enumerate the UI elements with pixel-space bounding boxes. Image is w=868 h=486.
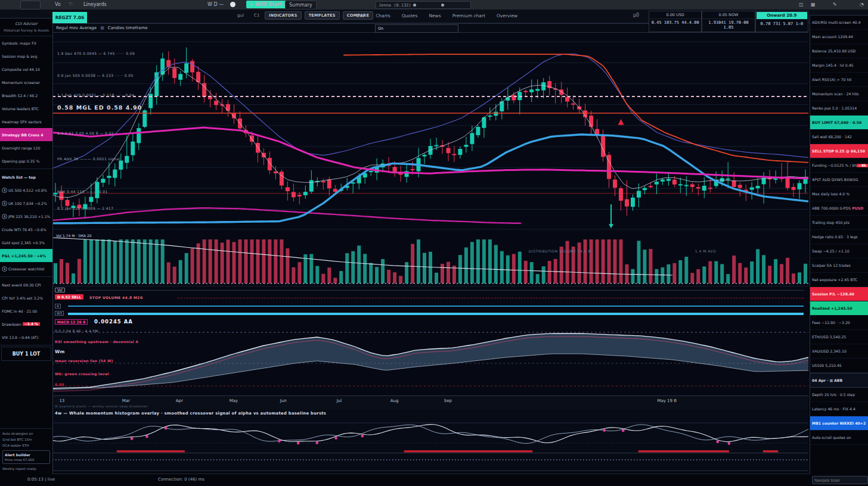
watchlist-item[interactable]: Next event 09:30 CPI <box>0 278 52 291</box>
orders-row[interactable]: XAU/USD 2,345.10 <box>810 344 868 359</box>
orders-row[interactable]: Session P/L −128.40 <box>810 287 868 301</box>
account-badge[interactable]: Onward 20.9 <box>757 12 807 20</box>
avatar[interactable] <box>230 2 235 7</box>
orders-row[interactable]: ABB 700-0000 0-POSPUSD <box>810 201 868 216</box>
orders-row[interactable]: Depth 20 lvls · 0.5 step <box>810 388 868 402</box>
sell-volume-tag[interactable]: D 0.52 SELL <box>55 294 83 300</box>
volume-panel[interactable]: Vol 1.74 M · SMA 20 DISTRIBUTION VOLUME … <box>52 232 808 286</box>
orders-row[interactable]: Fees −12.80 · −3.20 <box>810 316 868 330</box>
menu-item-list[interactable]: List <box>356 13 364 18</box>
orders-row[interactable]: Net exposure +2.45 BTC <box>810 273 868 287</box>
orders-row[interactable]: Main account 1209.44 <box>810 30 868 44</box>
menu-item-charts[interactable]: Charts <box>376 13 390 18</box>
menu-item-overview[interactable]: Overview <box>497 13 517 18</box>
chart-tab[interactable]: REGZT 7.06 <box>52 12 87 23</box>
orders-row[interactable]: Alert RSI(14) > 70 hit <box>810 73 868 87</box>
menu-item-news[interactable]: News <box>429 13 441 18</box>
symbol-label[interactable]: Regul mov Average <box>56 26 97 30</box>
watchlist-item[interactable]: Composite vol 44.10 <box>0 63 52 76</box>
account-box[interactable]: 0.05 NOW 1.91041 19.70-00 1.05 <box>702 11 755 32</box>
band1-tag[interactable]: 4 <box>55 304 61 309</box>
main-chart-canvas[interactable] <box>52 33 808 232</box>
slider-handle[interactable] <box>413 4 416 7</box>
band2-tag[interactable]: W3 <box>55 311 64 316</box>
main-price-chart[interactable]: 1.9 Dec 670 0.0045 — 6 745 ······ 0.090.… <box>52 33 808 232</box>
orders-row[interactable]: Hedge ratio 0.65 · 3 legs <box>810 230 868 244</box>
toolbar-chip-templates[interactable]: TEMPLATES <box>305 11 340 20</box>
oscillator-panel[interactable]: 4w — Whale momentum histogram overlay · … <box>52 410 808 471</box>
watchlist-item[interactable]: CPI YoY 3.4% est 3.2% <box>0 291 52 304</box>
orders-row[interactable]: Auto-scroll quotes on <box>810 431 868 445</box>
watchlist-item[interactable]: Overnight range 120 <box>0 141 52 154</box>
watchlist-item[interactable]: Session map & avg <box>0 49 52 63</box>
orders-row[interactable]: BUY LIMIT 67,040 · 0.50 <box>810 116 868 130</box>
orders-row[interactable]: ADX/RSI multi-screen 40.4 <box>810 15 868 30</box>
window-controls[interactable] <box>20 1 41 10</box>
favorites-icon[interactable]: ♡ <box>69 1 73 8</box>
menu-item-premium-chart[interactable]: Premium chart <box>452 13 485 18</box>
alert-builder-box[interactable]: Alert builder Price cross 67,000 <box>2 450 50 464</box>
watchlist-item[interactable]: Momentum screener <box>0 76 52 89</box>
orders-row[interactable]: Swap −4.25 / +1.10 <box>810 244 868 258</box>
orders-divider[interactable]: 04 Apr · ⊞ ABB <box>810 373 868 388</box>
zoom-controls-icon[interactable]: W D — <box>207 1 224 8</box>
watchlist-item[interactable]: Watch list — top <box>0 170 52 183</box>
toolbar-chip-indicators[interactable]: INDICATORS <box>265 11 302 20</box>
on-toggle[interactable]: On <box>375 24 458 33</box>
watchlist-item[interactable]: Breadth 52.4 / 48.2 <box>0 89 52 102</box>
watchlist-item[interactable]: Volume leaders BTC <box>0 102 52 115</box>
macd-tag[interactable]: MACD 12 26 9 <box>55 319 88 325</box>
watchlist-item[interactable]: Strategy BB Cross 4 <box>0 128 52 141</box>
time-axis[interactable]: W quarterly pivots — weekly session vwap… <box>52 395 808 412</box>
orders-row[interactable]: 4PST AUD DXWS BXWXG <box>810 173 868 187</box>
watchlist-item[interactable]: FOMC in 4d · 21:00 <box>0 304 52 317</box>
panel-toggle-icon[interactable]: ◫ <box>799 1 804 8</box>
summary-button[interactable]: Summary <box>285 1 317 10</box>
macd-band-panel[interactable]: 0.0 2.04 8.46 · 4.4 PMRSI smoothing upst… <box>52 326 808 395</box>
account-box[interactable]: 0.00 USD 0.45 103.75 44.4.00 <box>649 11 702 32</box>
orders-row[interactable]: Scalper EA 12 trades <box>810 258 868 273</box>
orders-row[interactable]: MB1 counter NIKKEI 40+2 <box>810 416 868 431</box>
watchlist-item[interactable]: Drawdown−2.4 % <box>0 317 52 331</box>
orders-row[interactable]: Sell wall 68,200 · 142 <box>810 130 868 144</box>
watchlist-item[interactable]: VIX 13.8 −0.44 (AT) <box>0 331 52 344</box>
watchlist-item[interactable]: P&L +1,245.50 · +4% <box>0 249 52 262</box>
orders-row[interactable]: Max daily loss 4.0 % <box>810 187 868 201</box>
orders-row[interactable]: Latency 46 ms · FIX 4.4 <box>810 402 868 416</box>
watchlist-item[interactable]: $Crossover watchlist <box>0 262 52 275</box>
volume-canvas[interactable] <box>52 232 808 286</box>
orders-row[interactable]: ETH/USD 3,540.25 <box>810 330 868 344</box>
range-input[interactable] <box>376 1 471 9</box>
orders-row[interactable]: Funding −0.0125 % / 8h−8h <box>810 158 868 173</box>
mu-icon[interactable]: μ0 <box>633 13 639 18</box>
orders-row[interactable]: Trailing stop 450 pts <box>810 216 868 230</box>
watchlist-item[interactable]: Heatmap SPX sectors <box>0 115 52 128</box>
orders-row[interactable]: Margin 145.4 · lvl 0.45 <box>810 58 868 73</box>
watchlist-item[interactable]: $JPN 225 38,210 +1.1% <box>0 210 52 223</box>
account-box-highlight[interactable]: Onward 20.9 0.70 731 5.07 1—0 <box>755 11 808 32</box>
watchlist-item[interactable]: Opening gap 0.35 % <box>0 154 52 167</box>
orders-row[interactable]: Realized +1,245.50 <box>810 301 868 316</box>
shield-icon[interactable]: Vo <box>55 1 61 8</box>
buy-lot-button[interactable]: BUY 1 LOT <box>1 347 51 361</box>
slider-handle[interactable] <box>441 4 444 7</box>
oscillator-canvas[interactable] <box>52 410 808 471</box>
timeframe-label[interactable]: Candles timeframe <box>108 26 148 30</box>
annotate-icon[interactable]: ✎ <box>833 1 837 8</box>
watchlist-item[interactable]: Symbols: major FX <box>0 36 52 49</box>
orders-row[interactable]: SELL STOP 0.25 @ 66,150 <box>810 144 868 158</box>
watchlist-item[interactable]: $US 500 4,512 +0.8% <box>0 183 52 197</box>
orders-row[interactable]: Momentum scan · 24 hits <box>810 87 868 101</box>
watchlist-item[interactable]: Gold spot 2,345 +0.3% <box>0 236 52 249</box>
globe-icon[interactable]: ◔ <box>860 1 864 8</box>
grid-layout-icon[interactable]: ▦ <box>811 1 816 8</box>
vol-tag[interactable]: Vol <box>55 288 65 292</box>
orders-row[interactable]: US500 5,210.45 <box>810 359 868 373</box>
grid-icon[interactable]: ▦ <box>100 26 104 30</box>
macd-canvas[interactable] <box>52 326 808 395</box>
menu-item-quotes[interactable]: Quotes <box>402 13 418 18</box>
orders-row[interactable]: Balance 25,410.88 USD <box>810 44 868 58</box>
ticker-nav-input[interactable] <box>812 476 868 484</box>
watchlist-item[interactable]: $UK 100 7,634 −0.2% <box>0 197 52 210</box>
watchlist-item[interactable]: Crude WTI 78.45 −0.6% <box>0 223 52 236</box>
